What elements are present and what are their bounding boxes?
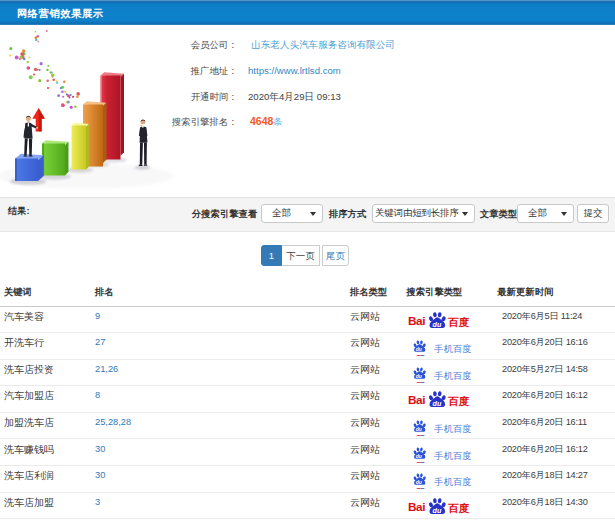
svg-text:du: du (416, 373, 422, 379)
svg-text:百度: 百度 (448, 502, 470, 514)
svg-text:百度: 百度 (448, 395, 470, 407)
svg-text:du: du (416, 453, 422, 459)
svg-text:du: du (416, 426, 422, 432)
svg-text:Bai: Bai (408, 500, 425, 514)
svg-text:du: du (433, 320, 442, 329)
svg-text:百度: 百度 (448, 316, 470, 328)
svg-text:Bai: Bai (408, 394, 425, 408)
svg-text:du: du (416, 347, 422, 353)
svg-text:du: du (416, 479, 422, 485)
svg-text:du: du (433, 400, 442, 409)
svg-text:du: du (433, 506, 442, 515)
svg-text:Bai: Bai (408, 314, 425, 328)
